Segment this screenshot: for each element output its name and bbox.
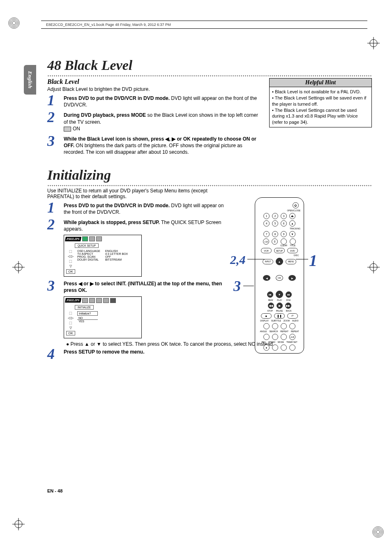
init-step-3: 3 Press ◀ or ▶ to select INIT. (INITIALI… [47, 279, 372, 294]
mode-label: MODE [278, 341, 284, 343]
init-step-4: 4 Press SETUP to remove the menu. [47, 347, 372, 361]
next-button: ⏭ [286, 291, 292, 298]
nav-right-button: ▶ [288, 275, 296, 281]
footer-sep: - [53, 488, 58, 493]
tv-icon [64, 127, 71, 132]
init-step-2: 2 While playback is stopped, press SETUP… [47, 218, 372, 232]
ab-button: A-B [289, 334, 295, 340]
step-number: 4 [47, 347, 64, 361]
bl-step-1: 1 Press DVD to put the DVD/VCR in DVD mo… [47, 94, 262, 108]
menu-val: 4:3 LETTER BOX [105, 252, 128, 255]
display-button [263, 323, 270, 329]
timer-label: TIMER SET [286, 341, 297, 343]
step-body: Press DVD to put the DVD/VCR in DVD mode… [64, 201, 228, 215]
step-rest: ON brightens the dark parts of the pictu… [64, 143, 242, 155]
quick-setup-tab: QUICK SETUP [75, 243, 99, 248]
num-button: 7 [263, 231, 270, 237]
svg-point-0 [12, 21, 16, 25]
step-bold: Press DVD to put the DVD/VCR in DVD mode… [64, 95, 170, 101]
nav-up-button: ▲ [276, 258, 283, 265]
page-footer: EN - 48 [47, 488, 62, 493]
speed-button [272, 345, 278, 351]
side-icons: ⬚◁ ▷⬚▽ OK [67, 250, 75, 274]
callout-3: 3 [233, 278, 241, 295]
reg-mark-tr [367, 37, 380, 49]
nav-left-button: ◀ [263, 275, 270, 281]
clear-label: CLEAR [280, 245, 287, 247]
rec-label: REC [261, 341, 266, 343]
helpful-hint-list: Black Level is not available for a PAL D… [270, 87, 371, 127]
step-body: Press SETUP to remove the menu. [64, 347, 228, 355]
repeat-ab-label: REPEAT [291, 331, 299, 333]
rew-label: REW [268, 299, 273, 301]
num-button: 0 [272, 238, 278, 245]
tab-icon [82, 298, 88, 303]
bullet-text: Press ▲ or ▼ to select YES. Then press O… [71, 341, 274, 347]
back-button: ↶ [287, 313, 298, 319]
subhead-black-level: Black Level [47, 78, 262, 86]
menu-key: PROG. SCAN [77, 255, 102, 258]
svg-point-17 [375, 529, 381, 535]
display-label: DISPLAY [260, 320, 269, 322]
init-bullets: ● Press ▲ or ▼ to select YES. Then press… [66, 341, 372, 347]
hint-item: The Black Level Settings will be saved e… [272, 95, 369, 107]
book-header: E8E2CCD_E8E2CCH_EN_v1.book Page 48 Frida… [41, 21, 367, 29]
input-button: INPUT [263, 259, 273, 264]
ok-button: OK [66, 269, 75, 274]
zoom-button [281, 323, 287, 329]
tab-icon [103, 298, 109, 303]
footer-page: 48 [58, 488, 62, 493]
audio-button [289, 323, 295, 329]
init-step-1: 1 Press DVD to put the DVD/VCR in DVD mo… [47, 201, 372, 215]
bl-step-3: 3 While the Black Level icon is shown, p… [47, 134, 262, 156]
step-number: 2 [47, 218, 64, 231]
play-button: ▶ [277, 303, 283, 309]
subtitle-label: SUBTITLE [271, 320, 281, 322]
open-close-label: OPEN/CLOSE [258, 210, 301, 212]
step-body: While the Black Level icon is shown, pre… [64, 134, 262, 156]
svg-point-19 [373, 527, 383, 537]
eject-button: ⏏ [289, 213, 295, 219]
step-number: 1 [47, 201, 64, 214]
timer-button [289, 345, 295, 351]
menu-key: OSD LANGUAGE [77, 250, 102, 252]
back-label: BACK [286, 310, 292, 312]
pause-label: PAUSE [275, 310, 284, 312]
num-button: 2 [272, 213, 278, 219]
tab-icon [96, 236, 102, 241]
step-bold: While playback is stopped, press SETUP. [64, 220, 160, 225]
step-number: 3 [47, 279, 64, 292]
hint-item: The Black Level Settings cannot be used … [272, 107, 369, 126]
pause-button: ❚❚ [274, 313, 285, 319]
step-body: Press ◀ or ▶ to select INIT. (INITIALIZE… [64, 279, 228, 294]
tracking-label: TRACKING [258, 228, 301, 230]
initializing-intro: Use INITIALIZE to return all your DVD pl… [47, 188, 224, 199]
reg-spiral-tl [7, 16, 21, 30]
reg-mark-bl [12, 518, 25, 530]
num-button: 9 [281, 231, 287, 237]
title-button [290, 238, 296, 245]
angle-label: ANGLE [260, 331, 267, 333]
svg-point-1 [11, 20, 17, 26]
stop-button: ■ [261, 313, 272, 319]
callout-24: 2,4 [230, 253, 246, 267]
play-label: PLAY [275, 299, 284, 301]
search-label: SEARCH [269, 331, 278, 333]
step-body: During DVD playback, press MODE so the B… [64, 111, 262, 132]
search-button [272, 334, 278, 340]
tab-icon [82, 236, 88, 241]
num-button: 8 [272, 231, 278, 237]
step-bold: During DVD playback, press MODE [64, 112, 146, 118]
heading-initializing: Initializing [47, 167, 372, 183]
ok-button: OK [66, 331, 75, 335]
step-number: 1 [47, 94, 64, 107]
menu-key: DOLBY DIGITAL [77, 258, 102, 261]
divider-dots [47, 74, 372, 76]
ffw-button: ▶▶ [285, 303, 291, 309]
step-bold: Press ◀ or ▶ to select INIT. (INITIALIZE… [64, 281, 222, 293]
down-chan-button: ▼ [289, 231, 295, 237]
side-icons: ⬚◁ ▷⬚▽ OK [67, 311, 75, 335]
repeat-label: REPEAT [280, 331, 288, 333]
angle-button [263, 334, 270, 340]
tab-icon [96, 298, 102, 303]
